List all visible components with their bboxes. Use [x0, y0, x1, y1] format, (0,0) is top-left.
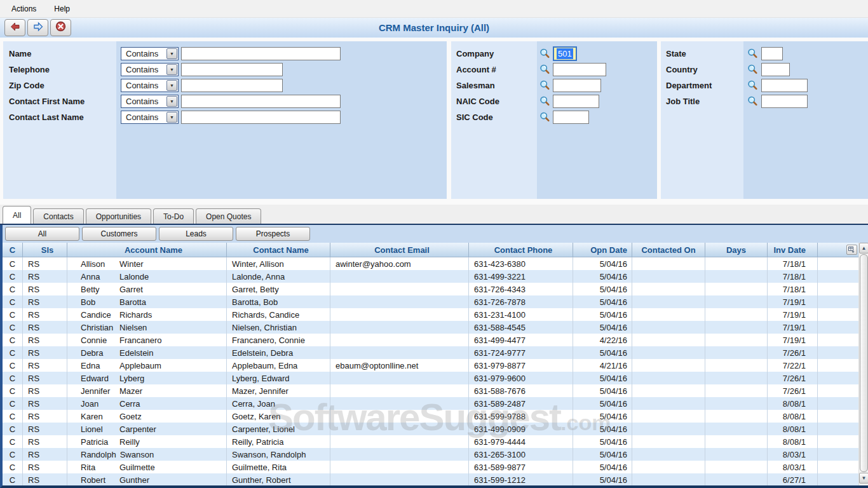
cell-sls: RS [23, 295, 67, 308]
cell-sls: RS [23, 308, 67, 321]
table-row[interactable]: CRSJenniferMazerMazer, Jennifer631-588-7… [3, 384, 858, 397]
table-row[interactable]: CRSEdnaApplebaumApplebaum, Ednaebaum@opt… [3, 359, 858, 372]
first-name: Robert [81, 475, 116, 485]
contact-first-name-input[interactable] [181, 95, 341, 108]
cell-contact: Reilly, Patricia [227, 435, 330, 448]
menu-help[interactable]: Help [51, 3, 72, 15]
magnifier-icon[interactable] [747, 80, 758, 91]
tab-all[interactable]: All [3, 206, 31, 224]
column-header-inv[interactable]: Inv Date [768, 243, 818, 257]
scrollbar-thumb[interactable] [860, 254, 868, 472]
forward-button[interactable] [27, 19, 48, 36]
salesman-input[interactable] [553, 79, 601, 92]
chevron-down-icon[interactable]: ▼ [166, 112, 177, 123]
table-row[interactable]: CRSLionelCarpenterCarpenter, Lionel631-4… [3, 423, 858, 435]
table-row[interactable]: CRSBettyGarretGarret, Betty631-726-43435… [3, 283, 858, 295]
cell-phone: 631-231-4100 [469, 308, 573, 321]
state-input[interactable] [761, 47, 783, 60]
column-header-contact[interactable]: Contact Name [227, 243, 330, 257]
column-header-c[interactable]: C [3, 243, 23, 257]
table-row[interactable]: CRSChristianNielsenNielsen, Christian631… [3, 321, 858, 334]
company-input[interactable]: 501 [553, 46, 577, 61]
magnifier-icon[interactable] [539, 48, 550, 59]
magnifier-icon[interactable] [539, 96, 550, 107]
record-type-button-all[interactable]: All [5, 227, 79, 241]
tab-contacts[interactable]: Contacts [33, 208, 83, 224]
cell-c: C [3, 372, 23, 384]
column-chooser-button[interactable] [846, 245, 857, 255]
column-header-sls[interactable]: Sls [23, 243, 67, 257]
vertical-scrollbar[interactable]: ▲ ▼ [858, 243, 868, 485]
column-header-phone[interactable]: Contact Phone [469, 243, 573, 257]
cancel-button[interactable] [50, 19, 71, 36]
table-row[interactable]: CRSCandiceRichardsRichards, Candice631-2… [3, 308, 858, 321]
cell-contacted [632, 372, 705, 384]
cell-contact: Cerra, Joan [227, 397, 330, 410]
first-name: Edward [81, 374, 116, 383]
name-input[interactable] [181, 47, 341, 60]
scroll-up-button[interactable]: ▲ [859, 243, 868, 254]
tab-opportunities[interactable]: Opportunities [86, 208, 151, 224]
tab-to-do[interactable]: To-Do [153, 208, 194, 224]
contact-first-name-operator-dropdown[interactable]: Contains▼ [121, 95, 179, 108]
column-header-opn[interactable]: Opn Date [573, 243, 632, 257]
cell-inv: 8/08/1 [768, 423, 818, 435]
record-type-button-leads[interactable]: Leads [159, 227, 233, 241]
cell-extra [818, 448, 858, 461]
table-row[interactable]: CRSJoanCerraCerra, Joan631-589-24875/04/… [3, 397, 858, 410]
column-header-days[interactable]: Days [705, 243, 768, 257]
back-button[interactable] [4, 19, 25, 36]
table-row[interactable]: CRSDebraEdelsteinEdelstein, Debra631-724… [3, 346, 858, 359]
dropdown-value: Contains [121, 97, 166, 106]
telephone-operator-dropdown[interactable]: Contains▼ [121, 63, 179, 76]
table-row[interactable]: CRSConnieFrancaneroFrancanero, Connie631… [3, 334, 858, 346]
cell-contact: Goetz, Karen [227, 410, 330, 423]
chevron-down-icon[interactable]: ▼ [166, 80, 177, 91]
column-header-contacted[interactable]: Contacted On [632, 243, 705, 257]
table-row[interactable]: CRSKarenGoetzGoetz, Karen631-599-97885/0… [3, 410, 858, 423]
column-header-account[interactable]: Account Name [67, 243, 227, 257]
name-operator-dropdown[interactable]: Contains▼ [121, 47, 179, 60]
telephone-input[interactable] [181, 63, 283, 76]
cell-email [330, 397, 469, 410]
cell-phone: 631-979-4444 [469, 435, 573, 448]
menu-bar: Actions Help [0, 0, 868, 18]
magnifier-icon[interactable] [539, 80, 550, 91]
zip-code-operator-dropdown[interactable]: Contains▼ [121, 79, 179, 92]
cell-c: C [3, 397, 23, 410]
table-row[interactable]: CRSEdwardLybergLyberg, Edward631-979-960… [3, 372, 858, 384]
cell-inv: 7/26/1 [768, 346, 818, 359]
job-title-input[interactable] [761, 95, 808, 108]
magnifier-icon[interactable] [747, 96, 758, 107]
table-row[interactable]: CRSRobertGuntherGunther, Robert631-599-1… [3, 473, 858, 485]
zip-code-input[interactable] [181, 79, 283, 92]
table-row[interactable]: CRSRitaGuilmetteGuilmette, Rita631-589-9… [3, 461, 858, 473]
magnifier-icon[interactable] [747, 64, 758, 75]
country-input[interactable] [761, 63, 790, 76]
menu-actions[interactable]: Actions [9, 3, 39, 15]
table-row[interactable]: CRSPatriciaReillyReilly, Patricia631-979… [3, 435, 858, 448]
chevron-down-icon[interactable]: ▼ [166, 64, 177, 75]
scroll-down-button[interactable]: ▼ [859, 473, 868, 484]
sic-code-input[interactable] [553, 111, 589, 124]
table-row[interactable]: CRSAllisonWinterWinter, Allisonawinter@y… [3, 257, 858, 270]
chevron-down-icon[interactable]: ▼ [166, 96, 177, 107]
magnifier-icon[interactable] [539, 112, 550, 123]
table-row[interactable]: CRSRandolphSwansonSwanson, Randolph631-2… [3, 448, 858, 461]
account-input[interactable] [553, 63, 606, 76]
record-type-button-prospects[interactable]: Prospects [236, 227, 310, 241]
department-input[interactable] [761, 79, 808, 92]
table-row[interactable]: CRSBobBarottaBarotta, Bob631-726-78785/0… [3, 295, 858, 308]
cell-contacted [632, 321, 705, 334]
tab-open-quotes[interactable]: Open Quotes [196, 208, 261, 224]
contact-last-name-input[interactable] [181, 111, 341, 124]
record-type-button-customers[interactable]: Customers [82, 227, 156, 241]
chevron-down-icon[interactable]: ▼ [166, 48, 177, 59]
table-row[interactable]: CRSAnnaLalondeLalonde, Anna631-499-32215… [3, 270, 858, 283]
magnifier-icon[interactable] [539, 64, 550, 75]
naic-code-input[interactable] [553, 95, 599, 108]
magnifier-icon[interactable] [747, 48, 758, 59]
contact-last-name-operator-dropdown[interactable]: Contains▼ [121, 111, 179, 124]
cell-contacted [632, 257, 705, 270]
column-header-email[interactable]: Contact Email [330, 243, 469, 257]
